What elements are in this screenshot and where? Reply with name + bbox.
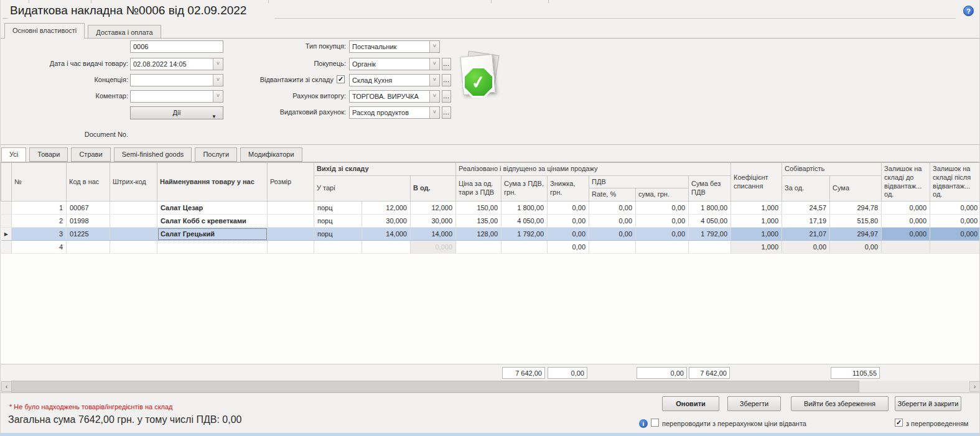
col-header-vatsum[interactable]: сума, грн. bbox=[636, 188, 689, 202]
cell-units[interactable]: 0,000 bbox=[411, 241, 456, 254]
scroll-right-icon[interactable]: › bbox=[969, 381, 980, 392]
col-header-coef[interactable]: Коефіцієнт списання bbox=[731, 163, 782, 202]
cell-sumvat[interactable]: 1 792,00 bbox=[502, 228, 548, 241]
grid-tab-dishes[interactable]: Страви bbox=[71, 147, 110, 162]
cell-discount[interactable]: 0,00 bbox=[548, 215, 589, 228]
cell-vatsum[interactable]: 0,00 bbox=[636, 228, 689, 241]
cell-vatrate[interactable]: 0,00 bbox=[589, 228, 636, 241]
grid-tab-goods[interactable]: Товари bbox=[29, 147, 68, 162]
cell-num[interactable]: 2 bbox=[12, 215, 67, 228]
cell-sumvat[interactable]: 1 800,00 bbox=[502, 202, 548, 215]
col-header-price[interactable]: Ціна за од. тари з ПДВ bbox=[456, 176, 502, 202]
grid-tab-services[interactable]: Послуги bbox=[195, 147, 237, 162]
expense-account-combo[interactable]: Расход продуктов ˅ bbox=[349, 106, 440, 119]
ship-from-checkbox[interactable]: ✓ bbox=[337, 75, 345, 83]
save-and-close-button[interactable]: Зберегти й закрити bbox=[895, 396, 961, 411]
col-header-stock-after[interactable]: Залишок на складі після відвантаж... од. bbox=[930, 163, 980, 202]
cell-code[interactable]: 01225 bbox=[67, 228, 110, 241]
cell-num[interactable]: 4 bbox=[12, 241, 67, 254]
col-header-code[interactable]: Код в нас bbox=[67, 163, 110, 202]
chevron-down-icon[interactable]: ˅ bbox=[429, 58, 439, 70]
cell-size[interactable] bbox=[268, 202, 314, 215]
cell-vatsum[interactable]: 0,00 bbox=[636, 202, 689, 215]
cell-code[interactable] bbox=[67, 241, 110, 254]
cell-tare[interactable]: 12,000 bbox=[362, 202, 411, 215]
col-header-costunit[interactable]: За од. bbox=[782, 176, 830, 202]
cell-vatrate[interactable]: 0,00 bbox=[589, 202, 636, 215]
buyer-lookup-button[interactable]: … bbox=[442, 58, 451, 70]
cell-units[interactable]: 14,000 bbox=[411, 228, 456, 241]
col-header-sumvat[interactable]: Сума з ПДВ, грн. bbox=[502, 176, 548, 202]
grid-tab-modifiers[interactable]: Модифікатори bbox=[240, 147, 302, 162]
cell-price[interactable] bbox=[456, 241, 502, 254]
horizontal-scrollbar[interactable]: ‹ › bbox=[1, 381, 980, 392]
cell-size[interactable] bbox=[268, 241, 314, 254]
table-row-selected[interactable]: ▶ 3 01225 Салат Грецький порц 14,000 14,… bbox=[1, 228, 980, 241]
cell-name[interactable] bbox=[157, 241, 268, 254]
cell-vatrate[interactable]: 0,00 bbox=[589, 215, 636, 228]
cell-tare[interactable] bbox=[362, 241, 411, 254]
col-header-barcode[interactable]: Штрих-код bbox=[110, 163, 157, 202]
cell-price[interactable]: 150,00 bbox=[456, 202, 502, 215]
cell-num[interactable]: 3 bbox=[12, 228, 67, 241]
exit-without-saving-button[interactable]: Вийти без збереження bbox=[791, 396, 889, 411]
cell-units[interactable]: 30,000 bbox=[411, 215, 456, 228]
col-header-discount[interactable]: Знижка, грн. bbox=[548, 176, 589, 202]
cell-code[interactable]: 01998 bbox=[67, 215, 110, 228]
expense-account-lookup-button[interactable]: … bbox=[442, 106, 451, 119]
revenue-account-combo[interactable]: ТОРГОВА. ВИРУЧКА ˅ bbox=[349, 90, 440, 103]
revenue-account-lookup-button[interactable]: … bbox=[442, 90, 451, 103]
cell-tare[interactable]: 30,000 bbox=[362, 215, 411, 228]
cell-sumvat[interactable]: 4 050,00 bbox=[502, 215, 548, 228]
cell-sumnovat[interactable]: 4 050,00 bbox=[689, 215, 731, 228]
cell-unit[interactable]: порц bbox=[314, 202, 362, 215]
table-row-new[interactable]: 4 0,000 0,00 1,000 0,00 0,00 bbox=[1, 241, 980, 254]
tab-main-properties[interactable]: Основні властивості bbox=[4, 23, 85, 39]
cell-sumvat[interactable] bbox=[502, 241, 548, 254]
cell-num[interactable]: 1 bbox=[12, 202, 67, 215]
col-header-costsum[interactable]: Сума bbox=[830, 176, 882, 202]
repost-checkbox[interactable]: ✓ bbox=[895, 419, 903, 427]
cell-price[interactable]: 135,00 bbox=[456, 215, 502, 228]
update-button[interactable]: Оновити bbox=[662, 396, 719, 411]
cell-unit[interactable]: порц bbox=[314, 215, 362, 228]
cell-vatrate[interactable] bbox=[589, 241, 636, 254]
cell-sumnovat[interactable]: 1 792,00 bbox=[689, 228, 731, 241]
col-header-size[interactable]: Розмір bbox=[268, 163, 314, 202]
table-row[interactable]: 1 00067 Салат Цезар порц 12,000 12,000 1… bbox=[1, 202, 980, 215]
cell-price[interactable]: 128,00 bbox=[456, 228, 502, 241]
cell-name[interactable]: Салат Грецький bbox=[157, 228, 268, 241]
cell-units[interactable]: 12,000 bbox=[411, 202, 456, 215]
grid-tab-semifinished[interactable]: Semi-finished goods bbox=[114, 147, 192, 162]
ship-from-lookup-button[interactable]: … bbox=[442, 74, 451, 86]
cell-barcode[interactable] bbox=[110, 202, 157, 215]
cell-code[interactable]: 00067 bbox=[67, 202, 110, 215]
chevron-down-icon[interactable]: ˅ bbox=[429, 107, 439, 118]
scroll-left-icon[interactable]: ‹ bbox=[1, 381, 12, 392]
cell-size[interactable] bbox=[268, 215, 314, 228]
cell-name[interactable]: Салат Цезар bbox=[157, 202, 268, 215]
help-icon[interactable]: ? bbox=[963, 6, 974, 16]
cell-size[interactable] bbox=[268, 228, 314, 241]
tab-delivery-payment[interactable]: Доставка і оплата bbox=[88, 25, 161, 39]
buyer-type-combo[interactable]: Постачальник ˅ bbox=[349, 40, 440, 53]
cell-name[interactable]: Салат Кобб с креветками bbox=[157, 215, 268, 228]
chevron-down-icon[interactable]: ˅ bbox=[429, 41, 439, 52]
reprocess-checkbox[interactable] bbox=[651, 419, 659, 427]
ship-from-combo[interactable]: Склад Кухня ˅ bbox=[349, 74, 440, 86]
grid-tab-all[interactable]: Усі bbox=[1, 147, 26, 162]
table-row[interactable]: 2 01998 Салат Кобб с креветками порц 30,… bbox=[1, 215, 980, 228]
save-button[interactable]: Зберегти bbox=[727, 396, 781, 411]
cell-tare[interactable]: 14,000 bbox=[362, 228, 411, 241]
cell-unit[interactable] bbox=[314, 241, 362, 254]
col-header-vatrate[interactable]: Rate, % bbox=[589, 188, 636, 202]
cell-unit[interactable]: порц bbox=[314, 228, 362, 241]
col-header-stock-before[interactable]: Залишок на складі до відвантаж... од. bbox=[882, 163, 930, 202]
cell-barcode[interactable] bbox=[110, 241, 157, 254]
col-header-sumnovat[interactable]: Сума без ПДВ bbox=[689, 176, 731, 202]
cell-sumnovat[interactable]: 1 800,00 bbox=[689, 202, 731, 215]
col-header-units[interactable]: В од. bbox=[411, 176, 456, 202]
chevron-down-icon[interactable]: ˅ bbox=[429, 75, 439, 86]
chevron-down-icon[interactable]: ˅ bbox=[429, 91, 439, 102]
cell-discount[interactable]: 0,00 bbox=[548, 228, 589, 241]
